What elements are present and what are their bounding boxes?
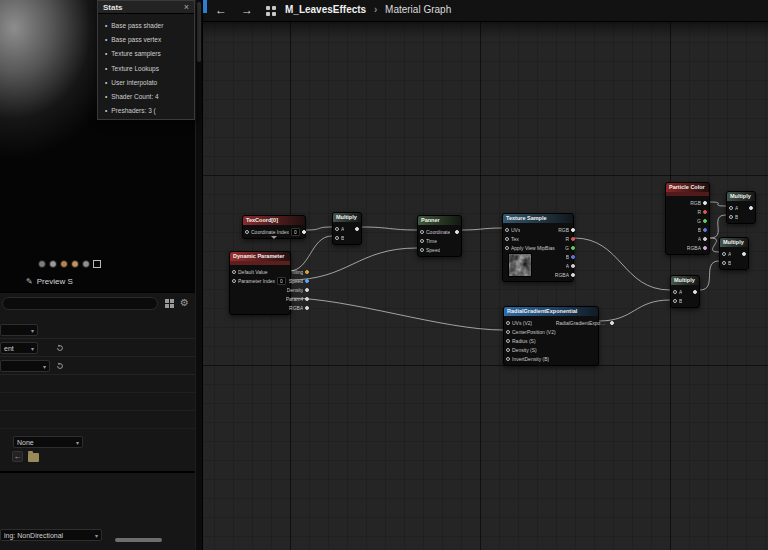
output-pin[interactable] (571, 264, 575, 268)
pin-label: A (698, 236, 701, 242)
output-pin[interactable] (703, 210, 707, 214)
pin-label: B (735, 214, 738, 220)
output-pin[interactable] (742, 252, 746, 256)
pin-label: A (341, 226, 344, 232)
input-pin[interactable] (420, 248, 424, 252)
graph-node-multiply-1[interactable]: MultiplyAB (332, 212, 362, 245)
stats-panel-title: Stats (103, 3, 123, 12)
graph-toolbar: ← → M_LeavesEffects › Material Graph (203, 0, 768, 22)
output-pin[interactable] (571, 273, 575, 277)
input-pin[interactable] (245, 230, 249, 234)
navigate-back-button[interactable]: ← (215, 3, 227, 17)
output-pin[interactable] (455, 230, 459, 234)
output-pin[interactable] (571, 246, 575, 250)
pin-label: Density (287, 287, 304, 293)
pin-label: Tex (511, 236, 519, 242)
node-title: TexCoord[0] (243, 216, 305, 225)
pin-label: Apply View MipBias (511, 245, 555, 251)
input-pin[interactable] (673, 290, 677, 294)
graph-node-dynamic-parameter[interactable]: Dynamic ParameterDefault ValueParameter … (229, 251, 291, 315)
input-pin[interactable] (722, 252, 726, 256)
pin-value-input[interactable]: 0 (291, 228, 300, 236)
pin-label: R (565, 236, 569, 242)
output-pin[interactable] (703, 246, 707, 250)
graph-node-radial-gradient-exponential[interactable]: RadialGradientExponentialUVs (V2)CenterP… (503, 306, 599, 366)
input-pin[interactable] (232, 270, 236, 274)
pin-label: RGBA (687, 245, 701, 251)
stats-item: •Shader Count: 4 (105, 90, 194, 104)
input-pin[interactable] (505, 246, 509, 250)
pin-label: Coordinate Index (251, 229, 289, 235)
pin-label: RGB (690, 200, 701, 206)
output-pin[interactable] (302, 230, 306, 234)
output-pin[interactable] (305, 306, 309, 310)
navigate-forward-button[interactable]: → (241, 3, 253, 17)
graph-node-multiply-2[interactable]: MultiplyAB (726, 191, 756, 224)
input-pin[interactable] (335, 227, 339, 231)
node-title: Dynamic Parameter (230, 252, 290, 261)
stats-panel-header[interactable]: Stats × (98, 1, 194, 14)
close-icon[interactable]: × (184, 2, 189, 12)
input-pin[interactable] (335, 236, 339, 240)
node-title: Multiply (720, 238, 748, 247)
input-pin[interactable] (506, 357, 510, 361)
node-title: RadialGradientExponential (504, 307, 598, 316)
output-pin[interactable] (305, 297, 309, 301)
bullet-icon: • (105, 36, 107, 43)
pin-label: R (697, 209, 701, 215)
stats-item: •Preshaders: 3 ( (105, 104, 194, 118)
bullet-icon: • (105, 93, 107, 100)
input-pin[interactable] (673, 299, 677, 303)
input-pin[interactable] (505, 228, 509, 232)
input-pin[interactable] (420, 239, 424, 243)
input-pin[interactable] (506, 339, 510, 343)
pin-label: Parameter Index (238, 278, 275, 284)
input-pin[interactable] (729, 206, 733, 210)
pin-value-input[interactable]: 0 (277, 277, 286, 285)
graph-node-texture-sample[interactable]: Texture SampleUVsTexApply View MipBiasRG… (502, 213, 574, 282)
output-pin[interactable] (305, 270, 309, 274)
input-pin[interactable] (505, 237, 509, 241)
graph-node-texcoord[interactable]: TexCoord[0]Coordinate Index0 (242, 215, 306, 239)
pin-label: A (728, 251, 731, 257)
output-pin[interactable] (305, 279, 309, 283)
graph-node-particle-color[interactable]: Particle ColorRGBRGBARGBA (665, 182, 710, 255)
output-pin[interactable] (571, 237, 575, 241)
graph-node-multiply-4[interactable]: MultiplyAB (670, 275, 700, 308)
graph-node-panner[interactable]: PannerCoordinateTimeSpeed (417, 215, 462, 257)
output-pin[interactable] (749, 206, 753, 210)
output-pin[interactable] (571, 255, 575, 259)
stats-item: •Base pass vertex (105, 33, 194, 47)
output-pin[interactable] (703, 219, 707, 223)
pin-label: RGBA (289, 305, 303, 311)
pin-label: CenterPosition (V2) (512, 329, 556, 335)
output-pin[interactable] (571, 228, 575, 232)
pin-label: A (566, 263, 569, 269)
input-pin[interactable] (506, 321, 510, 325)
output-pin[interactable] (703, 237, 707, 241)
graph-node-multiply-3[interactable]: MultiplyAB (719, 237, 749, 270)
output-pin[interactable] (703, 201, 707, 205)
input-pin[interactable] (506, 348, 510, 352)
pin-label: Tiling (292, 269, 304, 275)
bullet-icon: • (105, 107, 107, 114)
output-pin[interactable] (703, 228, 707, 232)
breadcrumb-separator-icon: › (374, 4, 377, 15)
input-pin[interactable] (420, 230, 424, 234)
output-pin[interactable] (305, 288, 309, 292)
breadcrumb-material-name[interactable]: M_LeavesEffects (285, 4, 366, 15)
pin-label: B (341, 235, 344, 241)
input-pin[interactable] (506, 330, 510, 334)
stats-item: •Texture samplers (105, 47, 194, 61)
output-pin[interactable] (355, 227, 359, 231)
node-expander-icon[interactable] (271, 236, 277, 239)
node-title: Panner (418, 216, 461, 225)
output-pin[interactable] (693, 290, 697, 294)
pin-label: Speed (289, 278, 303, 284)
pin-label: Default Value (238, 269, 268, 275)
input-pin[interactable] (232, 279, 236, 283)
input-pin[interactable] (722, 261, 726, 265)
output-pin[interactable] (610, 321, 614, 325)
pin-label: B (698, 227, 701, 233)
input-pin[interactable] (729, 215, 733, 219)
